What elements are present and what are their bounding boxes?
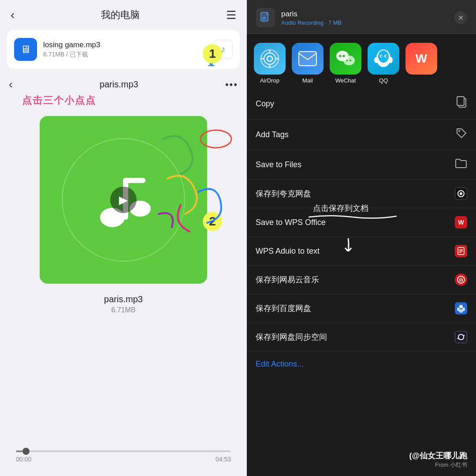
top-title: 我的电脑 — [101, 8, 140, 22]
wps-letter: W — [458, 219, 464, 226]
track-size: 6.71MB — [111, 306, 135, 314]
copy-label: Copy — [256, 99, 274, 109]
share-file-icon — [256, 8, 275, 27]
save-to-files-menu-item[interactable]: Save to Files — [247, 150, 476, 180]
svg-rect-15 — [299, 52, 316, 66]
mail-label: Mail — [302, 77, 313, 84]
share-filemeta: Audio Recording · 7 MB — [281, 19, 448, 26]
qq-icon — [368, 43, 399, 75]
music-player: ▶ paris.mp3 6.71MB 00:00 04:53 — [0, 107, 247, 476]
second-bar: ‹ paris.mp3 ••• — [0, 72, 247, 94]
audio-file-icon-svg — [259, 11, 271, 24]
wechat-icon-svg — [335, 49, 357, 68]
netease-icon-svg — [457, 275, 465, 284]
back-button[interactable]: ‹ — [11, 8, 15, 22]
qq-label: QQ — [379, 77, 388, 84]
save-netease-menu-item[interactable]: 保存到网易云音乐 — [247, 266, 476, 294]
file-name: losing game.mp3 — [43, 41, 207, 49]
save-sync-label: 保存到网盘同步空间 — [256, 332, 327, 342]
netease-icon — [455, 274, 467, 286]
three-dots-button[interactable]: ••• — [225, 79, 238, 90]
svg-point-45 — [459, 309, 463, 313]
svg-point-22 — [350, 60, 351, 61]
track-name: paris.mp3 — [104, 294, 143, 304]
progress-bar-area: 00:00 04:53 — [9, 447, 238, 463]
folder-icon — [455, 158, 467, 171]
edit-actions-label: Edit Actions... — [256, 360, 304, 368]
wechat-label: WeChat — [335, 77, 356, 84]
airdrop-icon-svg — [260, 49, 279, 68]
copy-icon — [456, 96, 467, 111]
airdrop-label: AirDrop — [260, 77, 279, 84]
wps-audio-menu-item[interactable]: WPS Aduio to text — [247, 237, 476, 266]
progress-track[interactable] — [16, 450, 231, 452]
airdrop-icon — [254, 43, 286, 75]
svg-point-21 — [346, 60, 348, 61]
file-info: losing game.mp3 6.71MB / 已下载 — [43, 41, 207, 59]
save-netease-label: 保存到网易云音乐 — [256, 274, 319, 285]
menu-button[interactable]: ☰ — [226, 8, 236, 22]
svg-rect-3 — [123, 178, 145, 183]
wechat-icon — [330, 43, 361, 75]
wps-audio-icon-svg — [457, 247, 465, 255]
add-tags-label: Add Tags — [256, 130, 289, 139]
baidu-icon — [455, 302, 467, 315]
watermark-main: (@仙女王哪儿跑 — [409, 450, 467, 461]
svg-point-42 — [459, 305, 463, 308]
svg-point-34 — [458, 130, 460, 132]
computer-icon: 🖥 — [14, 38, 37, 61]
top-bar: ‹ 我的电脑 ☰ — [0, 0, 247, 26]
progress-thumb — [22, 448, 30, 455]
progress-fill — [16, 450, 22, 452]
svg-point-30 — [388, 57, 393, 63]
file-meta: 6.71MB / 已下载 — [43, 51, 207, 59]
save-kuake-label: 保存到夸克网盘 — [256, 188, 311, 199]
kuake-icon-svg — [457, 190, 465, 198]
copy-menu-item[interactable]: Copy — [247, 88, 476, 120]
save-to-files-label: Save to Files — [256, 160, 301, 169]
share-filename: paris — [281, 10, 448, 19]
qq-icon-svg — [374, 48, 393, 70]
close-button[interactable]: ✕ — [454, 11, 467, 24]
svg-point-20 — [343, 55, 345, 57]
right-panel: paris Audio Recording · 7 MB ✕ AirDrop — [247, 0, 476, 476]
sync-icon-svg — [457, 333, 465, 341]
second-back-button[interactable]: ‹ — [9, 78, 13, 91]
save-sync-menu-item[interactable]: 保存到网盘同步空间 — [247, 323, 476, 352]
svg-point-29 — [374, 57, 379, 63]
add-tags-menu-item[interactable]: Add Tags — [247, 120, 476, 150]
qq-app-item[interactable]: QQ — [368, 43, 399, 84]
save-wps-label: Save to WPS Office — [256, 218, 326, 227]
svg-point-10 — [267, 56, 272, 61]
time-start: 00:00 — [16, 456, 31, 463]
wps-audio-icon — [455, 245, 467, 257]
second-title: paris.mp3 — [100, 79, 138, 90]
left-panel: ‹ 我的电脑 ☰ 🖥 losing game.mp3 6.71MB / 已下载 … — [0, 0, 247, 476]
airdrop-app-item[interactable]: AirDrop — [254, 43, 286, 84]
svg-point-27 — [381, 56, 383, 57]
mail-icon-svg — [298, 51, 317, 67]
annotation-save-text: 点击保存到文档 — [313, 203, 368, 214]
save-baidu-menu-item[interactable]: 保存到百度网盘 — [247, 294, 476, 323]
wps-audio-label: WPS Aduio to text — [256, 247, 320, 256]
menu-list: Copy Add Tags Save to Files — [247, 88, 476, 476]
music-icon: ♪ — [213, 40, 233, 59]
watermark-sub: From 小红书 — [409, 461, 467, 469]
baidu-icon-svg — [456, 304, 466, 313]
svg-point-36 — [460, 192, 462, 195]
wechat-app-item[interactable]: WeChat — [330, 43, 361, 84]
time-labels: 00:00 04:53 — [16, 456, 231, 463]
edit-actions-item[interactable]: Edit Actions... — [247, 352, 476, 377]
svg-point-18 — [343, 56, 355, 65]
play-button[interactable]: ▶ — [110, 187, 137, 213]
annotation-dots: 点击三个小点点 — [22, 94, 238, 107]
file-card[interactable]: 🖥 losing game.mp3 6.71MB / 已下载 ♪ — [7, 30, 240, 69]
sync-icon — [455, 331, 467, 343]
svg-point-9 — [264, 53, 275, 64]
mail-icon — [292, 43, 324, 75]
time-end: 04:53 — [216, 456, 231, 463]
svg-point-19 — [339, 55, 342, 57]
more-app-item[interactable]: W — [405, 43, 437, 84]
wps-icon: W — [455, 216, 467, 229]
mail-app-item[interactable]: Mail — [292, 43, 324, 84]
